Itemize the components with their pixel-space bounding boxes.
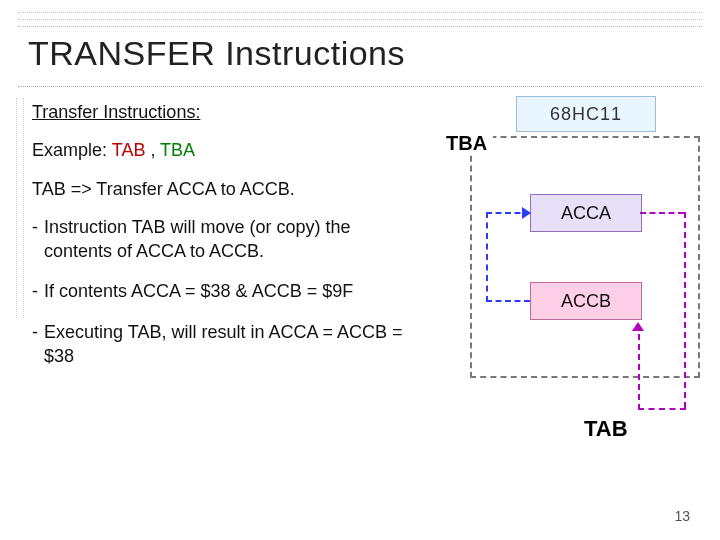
page-number: 13	[674, 508, 690, 524]
acca-register: ACCA	[530, 194, 642, 232]
bullet-2: - If contents ACCA = $38 & ACCB = $9F	[32, 279, 412, 303]
left-margin-dots	[16, 98, 24, 318]
tab-arrow-seg	[638, 408, 686, 410]
tab-arrow-seg	[638, 334, 640, 410]
bullet-2-text: If contents ACCA = $38 & ACCB = $9F	[44, 279, 412, 303]
example-sep: ,	[145, 140, 160, 160]
bullet-1-text: Instruction TAB will move (or copy) the …	[44, 215, 412, 264]
tba-arrow-head-icon	[522, 207, 531, 219]
subheading: Transfer Instructions:	[32, 102, 200, 122]
chip-header: 68HC11	[516, 96, 656, 132]
accb-register: ACCB	[530, 282, 642, 320]
diagram: 68HC11 TBA ACCA ACCB TAB	[440, 90, 700, 460]
title-underline	[18, 86, 702, 87]
bullet-3-text: Executing TAB, will result in ACCA = ACC…	[44, 320, 412, 369]
bullet-3: - Executing TAB, will result in ACCA = A…	[32, 320, 412, 369]
tba-arrow-seg	[486, 300, 530, 302]
tba-opcode-label: TBA	[440, 132, 493, 155]
example-prefix: Example:	[32, 140, 112, 160]
example-tba: TBA	[160, 140, 195, 160]
decorative-top-lines	[18, 12, 702, 34]
bullet-1: - Instruction TAB will move (or copy) th…	[32, 215, 412, 264]
tab-opcode-label: TAB	[584, 416, 628, 442]
tba-arrow-seg	[486, 212, 488, 302]
tab-arrow-seg	[640, 212, 684, 214]
chip-frame	[470, 136, 700, 378]
tab-arrow-seg	[684, 212, 686, 408]
example-tab: TAB	[112, 140, 146, 160]
tab-arrow-head-icon	[632, 322, 644, 331]
slide-title: TRANSFER Instructions	[28, 34, 405, 73]
slide: { "title": "TRANSFER Instructions", "bod…	[0, 0, 720, 540]
tab-explanation: TAB => Transfer ACCA to ACCB.	[32, 177, 412, 201]
body-text: Transfer Instructions: Example: TAB , TB…	[32, 100, 412, 384]
